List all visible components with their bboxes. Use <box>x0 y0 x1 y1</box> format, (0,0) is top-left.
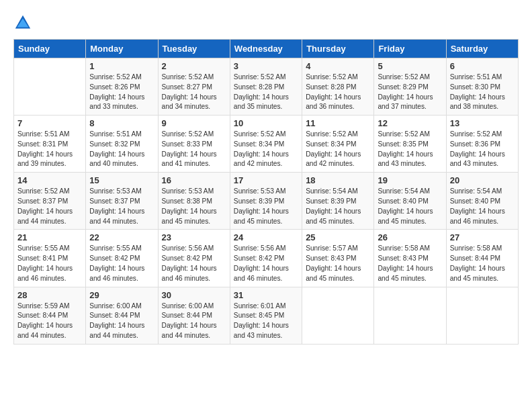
calendar-cell: 17Sunrise: 5:53 AM Sunset: 8:39 PM Dayli… <box>230 173 302 230</box>
cell-content: Sunrise: 5:53 AM Sunset: 8:39 PM Dayligh… <box>234 187 298 226</box>
calendar-cell: 5Sunrise: 5:52 AM Sunset: 8:29 PM Daylig… <box>374 58 446 116</box>
calendar-cell: 21Sunrise: 5:55 AM Sunset: 8:41 PM Dayli… <box>14 230 86 287</box>
cell-content: Sunrise: 5:53 AM Sunset: 8:37 PM Dayligh… <box>89 187 154 226</box>
cell-content: Sunrise: 5:52 AM Sunset: 8:28 PM Dayligh… <box>306 73 370 112</box>
day-number: 13 <box>450 118 515 128</box>
calendar-cell: 15Sunrise: 5:53 AM Sunset: 8:37 PM Dayli… <box>86 173 158 230</box>
cell-content: Sunrise: 5:51 AM Sunset: 8:31 PM Dayligh… <box>17 130 82 169</box>
calendar-cell: 13Sunrise: 5:52 AM Sunset: 8:36 PM Dayli… <box>446 116 518 173</box>
week-row-1: 1Sunrise: 5:52 AM Sunset: 8:26 PM Daylig… <box>14 58 519 116</box>
week-row-3: 14Sunrise: 5:52 AM Sunset: 8:37 PM Dayli… <box>14 173 519 230</box>
day-number: 3 <box>234 61 298 71</box>
calendar-cell: 19Sunrise: 5:54 AM Sunset: 8:40 PM Dayli… <box>374 173 446 230</box>
logo <box>13 13 35 32</box>
day-number: 1 <box>89 61 154 71</box>
col-header-friday: Friday <box>374 40 446 58</box>
cell-content: Sunrise: 5:59 AM Sunset: 8:44 PM Dayligh… <box>17 302 82 341</box>
calendar-cell: 8Sunrise: 5:51 AM Sunset: 8:32 PM Daylig… <box>86 116 158 173</box>
calendar-cell: 31Sunrise: 6:01 AM Sunset: 8:45 PM Dayli… <box>230 287 302 344</box>
page-header <box>13 13 519 32</box>
week-row-4: 21Sunrise: 5:55 AM Sunset: 8:41 PM Dayli… <box>14 230 519 287</box>
col-header-saturday: Saturday <box>446 40 518 58</box>
col-header-tuesday: Tuesday <box>158 40 230 58</box>
day-number: 15 <box>89 175 154 185</box>
cell-content: Sunrise: 5:58 AM Sunset: 8:43 PM Dayligh… <box>378 244 442 283</box>
cell-content: Sunrise: 5:53 AM Sunset: 8:38 PM Dayligh… <box>162 187 226 226</box>
week-row-2: 7Sunrise: 5:51 AM Sunset: 8:31 PM Daylig… <box>14 116 519 173</box>
calendar-cell: 10Sunrise: 5:52 AM Sunset: 8:34 PM Dayli… <box>230 116 302 173</box>
cell-content: Sunrise: 5:58 AM Sunset: 8:44 PM Dayligh… <box>450 244 515 283</box>
day-number: 21 <box>17 232 82 242</box>
calendar-cell <box>446 287 518 344</box>
calendar-cell: 22Sunrise: 5:55 AM Sunset: 8:42 PM Dayli… <box>86 230 158 287</box>
cell-content: Sunrise: 5:52 AM Sunset: 8:34 PM Dayligh… <box>306 130 370 169</box>
day-number: 20 <box>450 175 515 185</box>
cell-content: Sunrise: 5:54 AM Sunset: 8:40 PM Dayligh… <box>378 187 442 226</box>
day-number: 4 <box>306 61 370 71</box>
cell-content: Sunrise: 5:52 AM Sunset: 8:29 PM Dayligh… <box>378 73 442 112</box>
calendar-cell: 14Sunrise: 5:52 AM Sunset: 8:37 PM Dayli… <box>14 173 86 230</box>
day-number: 28 <box>17 290 82 300</box>
day-number: 31 <box>234 290 298 300</box>
cell-content: Sunrise: 5:56 AM Sunset: 8:42 PM Dayligh… <box>234 244 298 283</box>
col-header-monday: Monday <box>86 40 158 58</box>
col-header-wednesday: Wednesday <box>230 40 302 58</box>
cell-content: Sunrise: 5:52 AM Sunset: 8:36 PM Dayligh… <box>450 130 515 169</box>
calendar-cell: 2Sunrise: 5:52 AM Sunset: 8:27 PM Daylig… <box>158 58 230 116</box>
cell-content: Sunrise: 5:52 AM Sunset: 8:35 PM Dayligh… <box>378 130 442 169</box>
day-number: 8 <box>89 118 154 128</box>
calendar-cell: 12Sunrise: 5:52 AM Sunset: 8:35 PM Dayli… <box>374 116 446 173</box>
day-number: 2 <box>162 61 226 71</box>
cell-content: Sunrise: 6:00 AM Sunset: 8:44 PM Dayligh… <box>89 302 154 341</box>
day-number: 6 <box>450 61 515 71</box>
week-row-5: 28Sunrise: 5:59 AM Sunset: 8:44 PM Dayli… <box>14 287 519 344</box>
logo-icon <box>13 13 32 32</box>
cell-content: Sunrise: 5:57 AM Sunset: 8:43 PM Dayligh… <box>306 244 370 283</box>
day-number: 14 <box>17 175 82 185</box>
calendar-cell: 18Sunrise: 5:54 AM Sunset: 8:39 PM Dayli… <box>302 173 374 230</box>
calendar-cell: 24Sunrise: 5:56 AM Sunset: 8:42 PM Dayli… <box>230 230 302 287</box>
cell-content: Sunrise: 5:54 AM Sunset: 8:40 PM Dayligh… <box>450 187 515 226</box>
day-number: 16 <box>162 175 226 185</box>
calendar-cell: 28Sunrise: 5:59 AM Sunset: 8:44 PM Dayli… <box>14 287 86 344</box>
cell-content: Sunrise: 5:52 AM Sunset: 8:37 PM Dayligh… <box>17 187 82 226</box>
cell-content: Sunrise: 5:51 AM Sunset: 8:32 PM Dayligh… <box>89 130 154 169</box>
calendar-table: SundayMondayTuesdayWednesdayThursdayFrid… <box>13 39 519 345</box>
calendar-cell: 7Sunrise: 5:51 AM Sunset: 8:31 PM Daylig… <box>14 116 86 173</box>
day-number: 24 <box>234 232 298 242</box>
day-number: 10 <box>234 118 298 128</box>
cell-content: Sunrise: 5:52 AM Sunset: 8:26 PM Dayligh… <box>89 73 154 112</box>
day-number: 29 <box>89 290 154 300</box>
day-number: 22 <box>89 232 154 242</box>
calendar-cell: 9Sunrise: 5:52 AM Sunset: 8:33 PM Daylig… <box>158 116 230 173</box>
cell-content: Sunrise: 5:52 AM Sunset: 8:28 PM Dayligh… <box>234 73 298 112</box>
cell-content: Sunrise: 5:56 AM Sunset: 8:42 PM Dayligh… <box>162 244 226 283</box>
day-number: 23 <box>162 232 226 242</box>
day-number: 11 <box>306 118 370 128</box>
day-number: 27 <box>450 232 515 242</box>
cell-content: Sunrise: 6:01 AM Sunset: 8:45 PM Dayligh… <box>234 302 298 341</box>
calendar-cell: 29Sunrise: 6:00 AM Sunset: 8:44 PM Dayli… <box>86 287 158 344</box>
day-number: 5 <box>378 61 442 71</box>
day-number: 30 <box>162 290 226 300</box>
calendar-cell <box>302 287 374 344</box>
calendar-cell: 6Sunrise: 5:51 AM Sunset: 8:30 PM Daylig… <box>446 58 518 116</box>
cell-content: Sunrise: 6:00 AM Sunset: 8:44 PM Dayligh… <box>162 302 226 341</box>
day-number: 12 <box>378 118 442 128</box>
day-number: 7 <box>17 118 82 128</box>
calendar-cell: 11Sunrise: 5:52 AM Sunset: 8:34 PM Dayli… <box>302 116 374 173</box>
calendar-cell: 23Sunrise: 5:56 AM Sunset: 8:42 PM Dayli… <box>158 230 230 287</box>
calendar-cell: 4Sunrise: 5:52 AM Sunset: 8:28 PM Daylig… <box>302 58 374 116</box>
calendar-cell: 3Sunrise: 5:52 AM Sunset: 8:28 PM Daylig… <box>230 58 302 116</box>
col-header-sunday: Sunday <box>14 40 86 58</box>
cell-content: Sunrise: 5:51 AM Sunset: 8:30 PM Dayligh… <box>450 73 515 112</box>
calendar-cell <box>374 287 446 344</box>
cell-content: Sunrise: 5:52 AM Sunset: 8:27 PM Dayligh… <box>162 73 226 112</box>
day-number: 9 <box>162 118 226 128</box>
calendar-cell: 25Sunrise: 5:57 AM Sunset: 8:43 PM Dayli… <box>302 230 374 287</box>
col-header-thursday: Thursday <box>302 40 374 58</box>
cell-content: Sunrise: 5:52 AM Sunset: 8:34 PM Dayligh… <box>234 130 298 169</box>
day-number: 26 <box>378 232 442 242</box>
calendar-cell: 20Sunrise: 5:54 AM Sunset: 8:40 PM Dayli… <box>446 173 518 230</box>
calendar-cell: 16Sunrise: 5:53 AM Sunset: 8:38 PM Dayli… <box>158 173 230 230</box>
